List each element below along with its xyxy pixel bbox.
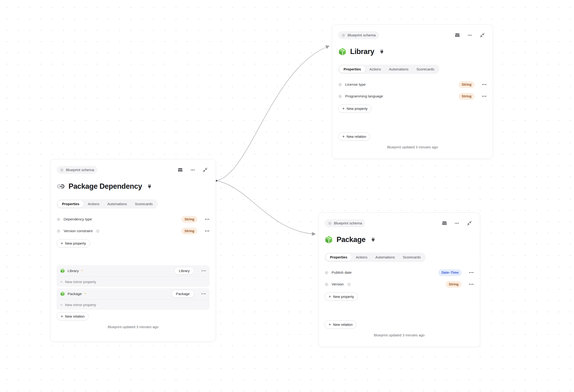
edge-dependency-to-library[interactable] xyxy=(216,46,329,181)
required-star: * xyxy=(84,292,86,296)
plus-icon: + xyxy=(60,303,63,307)
table-view-icon[interactable] xyxy=(442,221,447,226)
tab-properties[interactable]: Properties xyxy=(339,66,365,73)
new-mirror-property-button[interactable]: + New mirror property xyxy=(60,300,206,310)
new-property-button[interactable]: + New property xyxy=(325,292,358,301)
blueprint-updated-text: Blueprint updated 3 minutes ago xyxy=(325,333,474,337)
tabs: Properties Actions Automations Scorecard… xyxy=(57,199,158,209)
type-badge: String xyxy=(181,216,197,223)
plug-icon[interactable] xyxy=(147,184,152,189)
package-icon xyxy=(325,235,333,244)
type-badge: String xyxy=(459,93,474,100)
more-menu-icon[interactable] xyxy=(190,167,195,172)
type-badge: String xyxy=(181,228,197,234)
property-icon xyxy=(57,229,61,233)
new-relation-button[interactable]: + New relation xyxy=(57,312,88,320)
required-star: * xyxy=(82,269,83,273)
plus-icon: + xyxy=(60,280,63,284)
card-title: Library xyxy=(350,47,374,56)
tab-automations[interactable]: Automations xyxy=(371,254,398,261)
new-property-button[interactable]: + New property xyxy=(338,104,371,113)
property-row-programming-language[interactable]: Programming language String xyxy=(338,90,487,102)
property-menu-icon[interactable] xyxy=(469,272,473,273)
new-property-button[interactable]: + New property xyxy=(57,239,90,248)
blueprint-schema-badge: Blueprint schema xyxy=(325,219,365,227)
property-icon xyxy=(325,282,328,286)
relation-menu-icon[interactable] xyxy=(202,293,205,294)
card-header: Blueprint schema xyxy=(338,31,487,39)
relation-row[interactable]: Library * Library xyxy=(60,265,206,276)
tab-actions[interactable]: Actions xyxy=(84,201,103,207)
blueprint-schema-label: Blueprint schema xyxy=(334,221,362,225)
blueprint-card-package-dependency[interactable]: Blueprint schema Package Dependency Prop… xyxy=(50,159,216,342)
relation-block-package: Package * Package + New mirror property xyxy=(57,288,209,310)
tab-actions[interactable]: Actions xyxy=(366,66,385,73)
tab-automations[interactable]: Automations xyxy=(385,66,412,73)
tab-scorecards[interactable]: Scorecards xyxy=(131,201,157,207)
property-row-publish-date[interactable]: Publish date Date–Time xyxy=(325,267,474,278)
collapse-icon[interactable] xyxy=(467,221,472,226)
card-title: Package xyxy=(336,235,366,244)
plug-icon[interactable] xyxy=(379,49,384,54)
new-relation-button[interactable]: + New relation xyxy=(338,132,370,141)
plus-icon: + xyxy=(61,241,63,246)
package-icon xyxy=(60,291,65,296)
property-row-version-constraint[interactable]: Version constraint String xyxy=(57,225,209,237)
relation-menu-icon[interactable] xyxy=(202,270,205,271)
gear-icon xyxy=(341,33,346,37)
property-icon xyxy=(325,271,328,275)
plus-icon: + xyxy=(328,322,331,327)
property-icon xyxy=(338,94,342,98)
more-menu-icon[interactable] xyxy=(467,33,472,38)
property-row-license-type[interactable]: License type String xyxy=(338,79,487,90)
relation-target-button[interactable]: Library xyxy=(174,267,194,275)
property-icon xyxy=(57,217,61,221)
card-title: Package Dependency xyxy=(68,182,142,191)
property-menu-icon[interactable] xyxy=(482,84,486,85)
card-header: Blueprint schema xyxy=(57,166,209,174)
relation-block-library: Library * Library + New mirror property xyxy=(57,265,209,287)
plus-icon: + xyxy=(342,134,345,139)
gear-icon xyxy=(328,221,332,225)
plus-icon: + xyxy=(61,314,63,319)
property-menu-icon[interactable] xyxy=(205,230,209,231)
type-badge: String xyxy=(446,281,462,288)
collapse-icon[interactable] xyxy=(480,33,485,38)
more-menu-icon[interactable] xyxy=(454,221,459,226)
property-menu-icon[interactable] xyxy=(469,284,473,285)
plug-icon[interactable] xyxy=(370,237,376,242)
property-row-dependency-type[interactable]: Dependency type String xyxy=(57,213,209,225)
relation-row[interactable]: Package * Package xyxy=(60,288,206,299)
package-icon xyxy=(338,47,347,56)
property-menu-icon[interactable] xyxy=(482,96,486,97)
info-icon xyxy=(347,283,351,286)
info-icon xyxy=(96,229,100,233)
table-view-icon[interactable] xyxy=(178,167,183,172)
tabs: Properties Actions Automations Scorecard… xyxy=(325,253,426,262)
blueprint-schema-badge: Blueprint schema xyxy=(338,31,379,39)
new-mirror-property-button[interactable]: + New mirror property xyxy=(60,276,206,287)
tab-actions[interactable]: Actions xyxy=(352,254,371,261)
tab-scorecards[interactable]: Scorecards xyxy=(399,254,425,261)
gear-icon xyxy=(60,168,64,172)
tab-properties[interactable]: Properties xyxy=(326,254,351,261)
new-relation-button[interactable]: + New relation xyxy=(325,320,356,329)
table-view-icon[interactable] xyxy=(455,33,460,38)
link-icon xyxy=(57,182,65,191)
plus-icon: + xyxy=(328,294,331,299)
tab-scorecards[interactable]: Scorecards xyxy=(413,66,438,73)
property-menu-icon[interactable] xyxy=(205,219,209,220)
blueprint-card-library[interactable]: Blueprint schema Library Properties Acti… xyxy=(332,24,493,159)
blueprint-updated-text: Blueprint updated 3 minutes ago xyxy=(338,145,487,149)
property-row-version[interactable]: Version String xyxy=(325,278,474,290)
tab-properties[interactable]: Properties xyxy=(58,201,83,207)
tab-automations[interactable]: Automations xyxy=(103,201,130,207)
blueprint-schema-badge: Blueprint schema xyxy=(57,166,97,174)
collapse-icon[interactable] xyxy=(203,167,208,172)
relation-target-button[interactable]: Package xyxy=(171,290,194,298)
type-badge: String xyxy=(459,81,474,88)
edge-dependency-to-package[interactable] xyxy=(216,181,315,234)
package-icon xyxy=(60,268,65,273)
plus-icon: + xyxy=(342,106,345,111)
blueprint-card-package[interactable]: Blueprint schema Package Properties Acti… xyxy=(318,212,480,347)
